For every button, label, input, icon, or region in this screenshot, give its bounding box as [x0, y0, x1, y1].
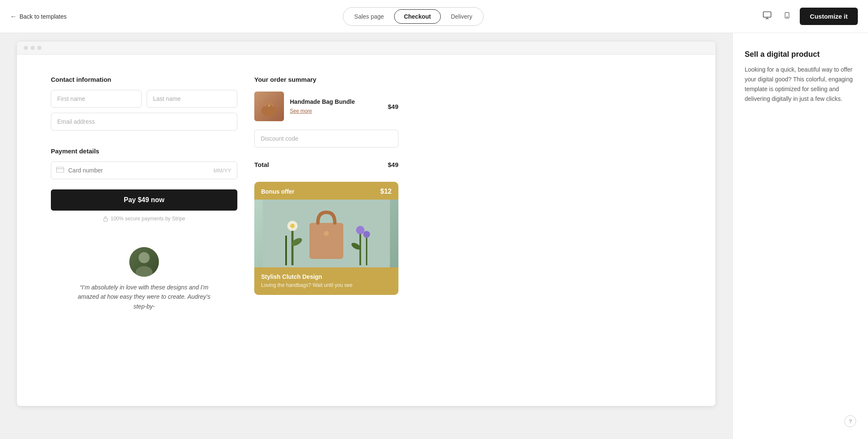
product-price: $49 — [388, 103, 398, 110]
see-more-link[interactable]: See more — [290, 108, 312, 114]
browser-frame: Contact information Payment details — [17, 42, 715, 406]
first-name-input[interactable] — [51, 90, 142, 108]
person-svg — [129, 247, 159, 277]
svg-point-6 — [136, 266, 153, 277]
tab-sales-page[interactable]: Sales page — [345, 10, 393, 23]
svg-point-15 — [290, 224, 295, 228]
avatar-silhouette — [129, 247, 159, 277]
side-panel-title: Sell a digital product — [745, 50, 856, 59]
total-row: Total $49 — [254, 156, 398, 173]
checkout-right-panel: Your order summary — [254, 76, 398, 311]
product-info: Handmade Bag Bundle See more — [290, 98, 382, 114]
total-label: Total — [254, 161, 269, 168]
card-input-wrapper: MM/YY — [51, 161, 237, 179]
side-info-panel: Sell a digital product Looking for a qui… — [732, 33, 868, 439]
pay-now-button[interactable]: Pay $49 now — [51, 189, 237, 211]
bonus-card-info: Stylish Clutch Design Loving the handbag… — [254, 267, 398, 295]
desktop-view-button[interactable] — [760, 8, 774, 25]
testimonial-quote: “I’m absolutely in love with these desig… — [72, 283, 216, 311]
contact-section-title: Contact information — [51, 76, 237, 83]
svg-rect-10 — [309, 223, 343, 259]
svg-point-8 — [268, 105, 270, 107]
payment-section-title: Payment details — [51, 147, 237, 155]
testimonial-section: “I’m absolutely in love with these desig… — [51, 247, 237, 311]
email-input[interactable] — [51, 113, 237, 131]
payment-section: Payment details MM/YY — [51, 147, 237, 179]
checkout-layout: Contact information Payment details — [17, 55, 715, 332]
browser-dot-3 — [37, 46, 42, 50]
customize-it-button[interactable]: Customize it — [800, 8, 858, 25]
product-thumb-image — [254, 92, 284, 121]
bonus-label: Bonus offer — [261, 188, 295, 195]
card-number-input[interactable] — [51, 161, 237, 179]
card-date-placeholder: MM/YY — [213, 167, 231, 174]
discount-code-wrapper — [254, 130, 398, 147]
top-navigation: ← Back to templates Sales page Checkout … — [0, 0, 868, 33]
back-to-templates-link[interactable]: ← Back to templates — [10, 13, 67, 20]
total-amount: $49 — [388, 161, 398, 168]
lock-icon — [103, 216, 108, 222]
secure-notice-text: 100% secure payments by Stripe — [111, 216, 185, 222]
bonus-product-name: Stylish Clutch Design — [261, 273, 392, 280]
svg-point-2 — [787, 17, 787, 17]
svg-rect-3 — [56, 167, 64, 172]
side-panel-description: Looking for a quick, beautiful way to of… — [745, 65, 856, 104]
svg-rect-0 — [763, 12, 771, 17]
browser-dot-1 — [24, 46, 28, 50]
browser-bar — [17, 42, 715, 55]
svg-point-11 — [324, 231, 329, 236]
svg-point-18 — [356, 226, 364, 234]
svg-point-19 — [363, 231, 370, 238]
svg-rect-4 — [104, 218, 108, 221]
name-fields-row — [51, 90, 237, 108]
bag-svg — [259, 96, 280, 117]
page-tab-group: Sales page Checkout Delivery — [343, 7, 484, 26]
checkout-left-panel: Contact information Payment details — [51, 76, 237, 311]
mobile-view-button[interactable] — [781, 8, 793, 25]
card-icon — [56, 167, 64, 174]
discount-code-input[interactable] — [254, 130, 398, 147]
back-to-templates-label: Back to templates — [19, 13, 67, 20]
bonus-offer-card: Bonus offer $12 — [254, 182, 398, 295]
main-area: Contact information Payment details — [0, 33, 868, 439]
tab-checkout[interactable]: Checkout — [394, 9, 441, 24]
testimonial-avatar — [129, 247, 159, 277]
bonus-product-desc: Loving the handbags? Wait until you see — [261, 282, 392, 289]
bonus-price: $12 — [380, 188, 392, 195]
preview-area: Contact information Payment details — [0, 33, 732, 439]
nav-right-controls: Customize it — [760, 8, 858, 25]
side-panel-content: Sell a digital product Looking for a qui… — [745, 50, 856, 104]
svg-point-5 — [139, 252, 150, 263]
bonus-illustration — [263, 200, 390, 267]
product-thumbnail — [254, 92, 284, 121]
bonus-card-header: Bonus offer $12 — [254, 182, 398, 200]
bonus-card-image — [254, 200, 398, 267]
order-summary-title: Your order summary — [254, 76, 398, 83]
product-name: Handmade Bag Bundle — [290, 98, 382, 105]
help-question-mark: ? — [849, 418, 851, 425]
browser-dot-2 — [31, 46, 35, 50]
secure-notice: 100% secure payments by Stripe — [51, 216, 237, 222]
tab-delivery[interactable]: Delivery — [442, 10, 482, 23]
help-icon-button[interactable]: ? — [844, 415, 856, 427]
back-arrow-icon: ← — [10, 13, 17, 20]
last-name-input[interactable] — [147, 90, 237, 108]
order-item: Handmade Bag Bundle See more $49 — [254, 92, 398, 121]
